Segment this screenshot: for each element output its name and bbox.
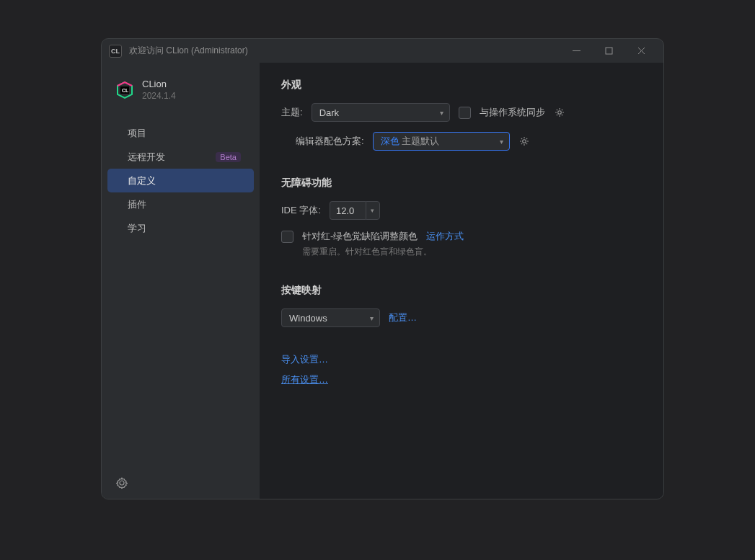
nav-item-remote-dev[interactable]: 远程开发 Beta: [107, 145, 254, 169]
beta-badge: Beta: [216, 152, 241, 162]
keymap-configure-link[interactable]: 配置…: [389, 311, 417, 324]
gear-icon: [518, 135, 530, 147]
app-version: 2024.1.4: [142, 91, 176, 101]
sync-os-label: 与操作系统同步: [480, 106, 545, 119]
chevron-down-icon: ▾: [440, 109, 443, 117]
color-scheme-value: 深色 主题默认: [381, 135, 440, 148]
how-it-works-link[interactable]: 运作方式: [426, 230, 464, 243]
nav-item-projects[interactable]: 项目: [107, 121, 254, 145]
red-green-label: 针对红-绿色觉缺陷调整颜色: [302, 230, 418, 243]
import-settings-link[interactable]: 导入设置…: [281, 353, 328, 366]
app-brand: CL CLion 2024.1.4: [102, 79, 260, 115]
minimize-button[interactable]: [560, 40, 593, 62]
section-appearance-title: 外观: [281, 79, 642, 92]
color-scheme-settings-button[interactable]: [518, 135, 530, 147]
chevron-down-icon: ▾: [371, 207, 374, 214]
welcome-window: CL 欢迎访问 CLion (Administrator) CL: [101, 38, 664, 499]
ide-font-label: IDE 字体:: [281, 204, 321, 217]
keymap-dropdown[interactable]: Windows ▾: [281, 308, 380, 327]
ide-font-value[interactable]: 12.0: [330, 201, 366, 220]
close-button[interactable]: [625, 40, 658, 62]
svg-rect-1: [606, 48, 612, 54]
window-title: 欢迎访问 CLion (Administrator): [129, 45, 248, 57]
settings-gear-button[interactable]: [116, 477, 245, 489]
sync-os-checkbox[interactable]: [459, 107, 471, 119]
spinner-buttons[interactable]: ▾: [366, 201, 380, 220]
section-keymap-title: 按键映射: [281, 284, 642, 297]
nav-label: 项目: [128, 127, 146, 140]
color-scheme-dropdown[interactable]: 深色 主题默认 ▾: [373, 132, 510, 151]
theme-dropdown[interactable]: Dark ▾: [312, 103, 450, 122]
gear-icon: [554, 107, 565, 118]
titlebar: CL 欢迎访问 CLion (Administrator): [102, 39, 663, 63]
app-name: CLion: [142, 79, 176, 89]
theme-label: 主题:: [281, 106, 303, 119]
chevron-down-icon: ▾: [370, 314, 374, 322]
theme-value: Dark: [319, 107, 339, 118]
sidebar: CL CLion 2024.1.4 项目 远程开发 Beta 自定义: [102, 63, 260, 499]
chevron-down-icon: ▾: [500, 138, 503, 146]
gear-icon: [116, 477, 128, 489]
all-settings-link[interactable]: 所有设置…: [281, 373, 328, 386]
nav-label: 学习: [128, 222, 146, 235]
svg-text:CL: CL: [122, 88, 129, 93]
section-accessibility-title: 无障碍功能: [281, 177, 642, 190]
keymap-value: Windows: [289, 313, 327, 324]
maximize-button[interactable]: [593, 40, 625, 62]
nav-label: 自定义: [128, 174, 156, 187]
nav-label: 插件: [128, 198, 146, 211]
nav-item-learn[interactable]: 学习: [107, 216, 254, 240]
theme-settings-button[interactable]: [554, 107, 565, 118]
nav-label: 远程开发: [128, 151, 165, 164]
red-green-checkbox[interactable]: [281, 231, 293, 243]
nav-item-customize[interactable]: 自定义: [107, 169, 254, 192]
nav-item-plugins[interactable]: 插件: [107, 192, 254, 216]
main-panel: 外观 主题: Dark ▾ 与操作系统同步 编辑器配色方案: 深色 主: [260, 63, 663, 499]
color-scheme-label: 编辑器配色方案:: [296, 135, 364, 148]
app-icon-small: CL: [109, 45, 122, 58]
clion-logo-icon: CL: [115, 80, 135, 100]
ide-font-spinner[interactable]: 12.0 ▾: [330, 201, 380, 220]
svg-point-7: [522, 140, 526, 143]
red-green-hint: 需要重启。针对红色盲和绿色盲。: [302, 246, 432, 258]
nav: 项目 远程开发 Beta 自定义 插件 学习: [102, 121, 260, 240]
svg-point-6: [557, 111, 561, 115]
